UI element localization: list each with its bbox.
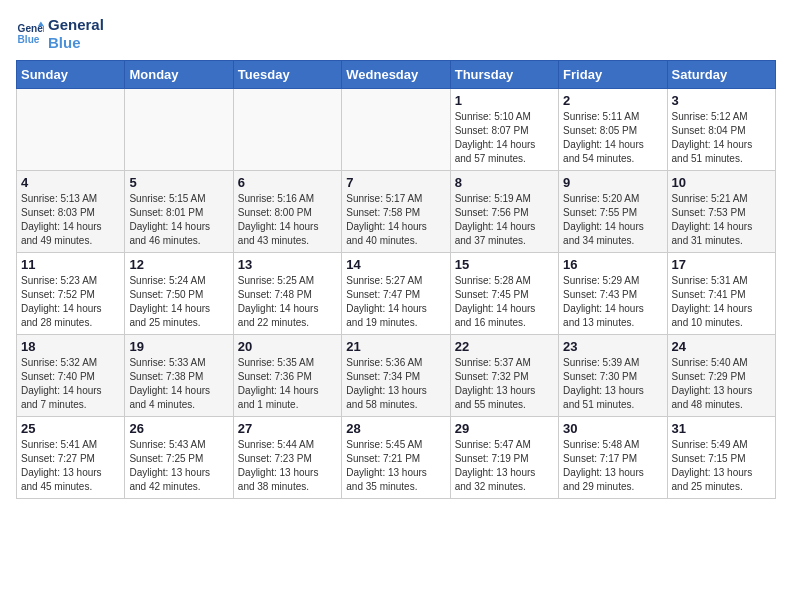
- day-info: Sunrise: 5:20 AM Sunset: 7:55 PM Dayligh…: [563, 192, 662, 248]
- calendar-cell: 22Sunrise: 5:37 AM Sunset: 7:32 PM Dayli…: [450, 335, 558, 417]
- day-info: Sunrise: 5:10 AM Sunset: 8:07 PM Dayligh…: [455, 110, 554, 166]
- day-info: Sunrise: 5:13 AM Sunset: 8:03 PM Dayligh…: [21, 192, 120, 248]
- day-number: 6: [238, 175, 337, 190]
- calendar-week-5: 25Sunrise: 5:41 AM Sunset: 7:27 PM Dayli…: [17, 417, 776, 499]
- day-number: 25: [21, 421, 120, 436]
- calendar-cell: 12Sunrise: 5:24 AM Sunset: 7:50 PM Dayli…: [125, 253, 233, 335]
- calendar-cell: 3Sunrise: 5:12 AM Sunset: 8:04 PM Daylig…: [667, 89, 775, 171]
- calendar-cell: 16Sunrise: 5:29 AM Sunset: 7:43 PM Dayli…: [559, 253, 667, 335]
- day-number: 16: [563, 257, 662, 272]
- day-number: 29: [455, 421, 554, 436]
- weekday-header-friday: Friday: [559, 61, 667, 89]
- day-info: Sunrise: 5:44 AM Sunset: 7:23 PM Dayligh…: [238, 438, 337, 494]
- day-info: Sunrise: 5:39 AM Sunset: 7:30 PM Dayligh…: [563, 356, 662, 412]
- calendar-cell: 24Sunrise: 5:40 AM Sunset: 7:29 PM Dayli…: [667, 335, 775, 417]
- day-info: Sunrise: 5:32 AM Sunset: 7:40 PM Dayligh…: [21, 356, 120, 412]
- day-number: 2: [563, 93, 662, 108]
- calendar-cell: 31Sunrise: 5:49 AM Sunset: 7:15 PM Dayli…: [667, 417, 775, 499]
- calendar-cell: 14Sunrise: 5:27 AM Sunset: 7:47 PM Dayli…: [342, 253, 450, 335]
- page-header: General Blue General Blue: [16, 16, 776, 52]
- calendar-cell: 26Sunrise: 5:43 AM Sunset: 7:25 PM Dayli…: [125, 417, 233, 499]
- calendar-week-1: 1Sunrise: 5:10 AM Sunset: 8:07 PM Daylig…: [17, 89, 776, 171]
- day-info: Sunrise: 5:24 AM Sunset: 7:50 PM Dayligh…: [129, 274, 228, 330]
- day-info: Sunrise: 5:37 AM Sunset: 7:32 PM Dayligh…: [455, 356, 554, 412]
- day-number: 10: [672, 175, 771, 190]
- calendar-cell: 19Sunrise: 5:33 AM Sunset: 7:38 PM Dayli…: [125, 335, 233, 417]
- calendar-cell: 15Sunrise: 5:28 AM Sunset: 7:45 PM Dayli…: [450, 253, 558, 335]
- day-info: Sunrise: 5:33 AM Sunset: 7:38 PM Dayligh…: [129, 356, 228, 412]
- day-number: 30: [563, 421, 662, 436]
- day-number: 12: [129, 257, 228, 272]
- calendar-week-3: 11Sunrise: 5:23 AM Sunset: 7:52 PM Dayli…: [17, 253, 776, 335]
- calendar-cell: 21Sunrise: 5:36 AM Sunset: 7:34 PM Dayli…: [342, 335, 450, 417]
- logo-icon: General Blue: [16, 20, 44, 48]
- calendar-cell: [233, 89, 341, 171]
- calendar-table: SundayMondayTuesdayWednesdayThursdayFrid…: [16, 60, 776, 499]
- day-info: Sunrise: 5:23 AM Sunset: 7:52 PM Dayligh…: [21, 274, 120, 330]
- logo-blue: Blue: [48, 34, 104, 52]
- calendar-cell: 18Sunrise: 5:32 AM Sunset: 7:40 PM Dayli…: [17, 335, 125, 417]
- day-info: Sunrise: 5:31 AM Sunset: 7:41 PM Dayligh…: [672, 274, 771, 330]
- day-number: 24: [672, 339, 771, 354]
- day-number: 13: [238, 257, 337, 272]
- day-number: 26: [129, 421, 228, 436]
- logo: General Blue General Blue: [16, 16, 104, 52]
- day-number: 5: [129, 175, 228, 190]
- day-info: Sunrise: 5:47 AM Sunset: 7:19 PM Dayligh…: [455, 438, 554, 494]
- day-number: 7: [346, 175, 445, 190]
- day-info: Sunrise: 5:12 AM Sunset: 8:04 PM Dayligh…: [672, 110, 771, 166]
- weekday-header-saturday: Saturday: [667, 61, 775, 89]
- day-number: 27: [238, 421, 337, 436]
- day-info: Sunrise: 5:49 AM Sunset: 7:15 PM Dayligh…: [672, 438, 771, 494]
- day-number: 31: [672, 421, 771, 436]
- calendar-cell: [125, 89, 233, 171]
- calendar-cell: 11Sunrise: 5:23 AM Sunset: 7:52 PM Dayli…: [17, 253, 125, 335]
- day-number: 22: [455, 339, 554, 354]
- calendar-cell: 28Sunrise: 5:45 AM Sunset: 7:21 PM Dayli…: [342, 417, 450, 499]
- calendar-cell: 5Sunrise: 5:15 AM Sunset: 8:01 PM Daylig…: [125, 171, 233, 253]
- weekday-header-sunday: Sunday: [17, 61, 125, 89]
- calendar-cell: 2Sunrise: 5:11 AM Sunset: 8:05 PM Daylig…: [559, 89, 667, 171]
- day-number: 18: [21, 339, 120, 354]
- day-info: Sunrise: 5:25 AM Sunset: 7:48 PM Dayligh…: [238, 274, 337, 330]
- day-number: 23: [563, 339, 662, 354]
- day-info: Sunrise: 5:15 AM Sunset: 8:01 PM Dayligh…: [129, 192, 228, 248]
- calendar-cell: [17, 89, 125, 171]
- day-info: Sunrise: 5:36 AM Sunset: 7:34 PM Dayligh…: [346, 356, 445, 412]
- day-number: 17: [672, 257, 771, 272]
- calendar-cell: 1Sunrise: 5:10 AM Sunset: 8:07 PM Daylig…: [450, 89, 558, 171]
- calendar-cell: 25Sunrise: 5:41 AM Sunset: 7:27 PM Dayli…: [17, 417, 125, 499]
- calendar-cell: 9Sunrise: 5:20 AM Sunset: 7:55 PM Daylig…: [559, 171, 667, 253]
- day-number: 20: [238, 339, 337, 354]
- day-number: 19: [129, 339, 228, 354]
- day-info: Sunrise: 5:28 AM Sunset: 7:45 PM Dayligh…: [455, 274, 554, 330]
- weekday-header-row: SundayMondayTuesdayWednesdayThursdayFrid…: [17, 61, 776, 89]
- day-info: Sunrise: 5:21 AM Sunset: 7:53 PM Dayligh…: [672, 192, 771, 248]
- day-number: 15: [455, 257, 554, 272]
- weekday-header-tuesday: Tuesday: [233, 61, 341, 89]
- calendar-cell: 4Sunrise: 5:13 AM Sunset: 8:03 PM Daylig…: [17, 171, 125, 253]
- day-info: Sunrise: 5:40 AM Sunset: 7:29 PM Dayligh…: [672, 356, 771, 412]
- weekday-header-wednesday: Wednesday: [342, 61, 450, 89]
- calendar-cell: 8Sunrise: 5:19 AM Sunset: 7:56 PM Daylig…: [450, 171, 558, 253]
- day-number: 9: [563, 175, 662, 190]
- weekday-header-thursday: Thursday: [450, 61, 558, 89]
- day-number: 14: [346, 257, 445, 272]
- calendar-cell: [342, 89, 450, 171]
- calendar-cell: 17Sunrise: 5:31 AM Sunset: 7:41 PM Dayli…: [667, 253, 775, 335]
- day-number: 21: [346, 339, 445, 354]
- calendar-cell: 23Sunrise: 5:39 AM Sunset: 7:30 PM Dayli…: [559, 335, 667, 417]
- day-info: Sunrise: 5:16 AM Sunset: 8:00 PM Dayligh…: [238, 192, 337, 248]
- calendar-cell: 10Sunrise: 5:21 AM Sunset: 7:53 PM Dayli…: [667, 171, 775, 253]
- weekday-header-monday: Monday: [125, 61, 233, 89]
- day-number: 4: [21, 175, 120, 190]
- calendar-week-2: 4Sunrise: 5:13 AM Sunset: 8:03 PM Daylig…: [17, 171, 776, 253]
- day-info: Sunrise: 5:17 AM Sunset: 7:58 PM Dayligh…: [346, 192, 445, 248]
- day-info: Sunrise: 5:19 AM Sunset: 7:56 PM Dayligh…: [455, 192, 554, 248]
- day-number: 11: [21, 257, 120, 272]
- day-number: 1: [455, 93, 554, 108]
- calendar-cell: 13Sunrise: 5:25 AM Sunset: 7:48 PM Dayli…: [233, 253, 341, 335]
- day-number: 3: [672, 93, 771, 108]
- day-info: Sunrise: 5:35 AM Sunset: 7:36 PM Dayligh…: [238, 356, 337, 412]
- day-info: Sunrise: 5:41 AM Sunset: 7:27 PM Dayligh…: [21, 438, 120, 494]
